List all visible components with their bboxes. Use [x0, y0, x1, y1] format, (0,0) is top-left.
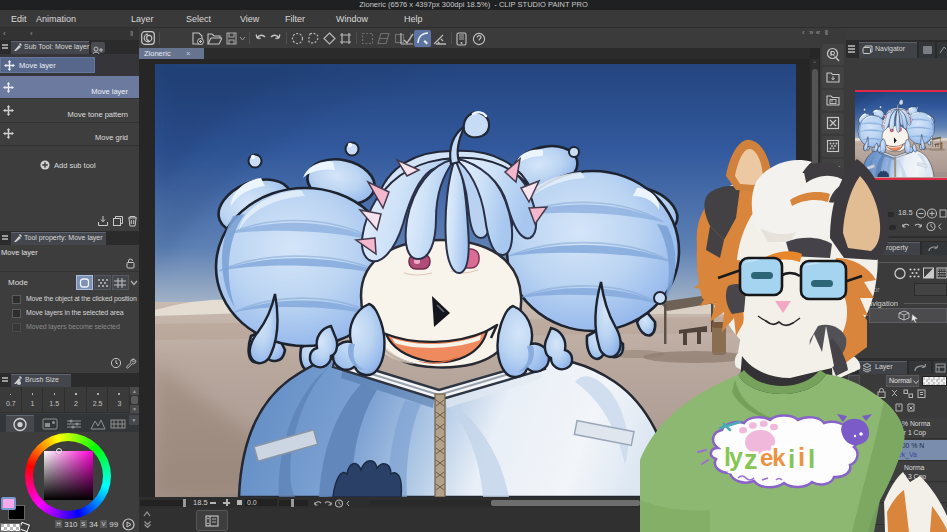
svg-text:ly: ly [724, 443, 743, 471]
svg-text:l: l [808, 444, 815, 474]
svg-text:z: z [744, 445, 758, 475]
svg-text:i: i [788, 444, 795, 474]
svg-text:i: i [798, 442, 805, 472]
svg-text:ek: ek [760, 444, 786, 471]
